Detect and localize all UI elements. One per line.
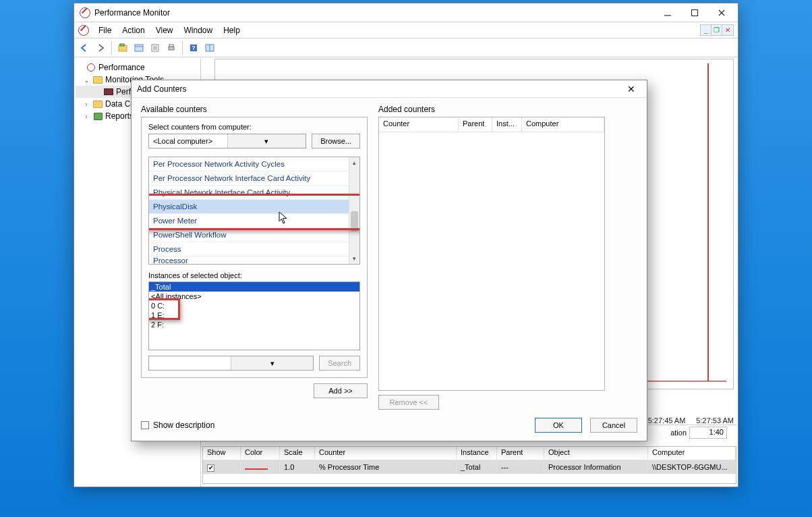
toolbar: ?: [74, 38, 738, 57]
instance-item[interactable]: 2 F:: [149, 320, 359, 329]
added-counters-list[interactable]: Counter Parent Inst... Computer: [378, 117, 605, 391]
perf-icon: [87, 63, 95, 72]
mdi-close-icon[interactable]: ✕: [722, 25, 733, 35]
add-counters-dialog: Add Counters ✕ Available counters Select…: [131, 80, 647, 441]
menu-help[interactable]: Help: [218, 24, 245, 37]
instance-item[interactable]: 0 C:: [149, 301, 359, 310]
app-icon: [80, 7, 90, 18]
help-button[interactable]: ?: [186, 40, 201, 55]
remove-button[interactable]: Remove <<: [378, 395, 439, 410]
instance-item-total[interactable]: _Total: [149, 282, 359, 292]
computer-combobox[interactable]: <Local computer> ▾: [148, 134, 306, 148]
counter-item[interactable]: Per Processor Network Activity Cycles⌄: [149, 157, 359, 171]
counter-item[interactable]: Power Meter⌄: [149, 214, 359, 228]
dialog-title: Add Counters: [137, 84, 186, 94]
counter-object-list[interactable]: Per Processor Network Activity Cycles⌄ P…: [148, 157, 360, 265]
col-inst[interactable]: Inst...: [492, 117, 522, 132]
menubar: File Action View Window Help _ ❐ ✕: [74, 22, 738, 38]
col-parent[interactable]: Parent: [459, 117, 492, 132]
dialog-close-button[interactable]: ✕: [621, 84, 641, 94]
cancel-button[interactable]: Cancel: [590, 418, 637, 433]
col-scale[interactable]: Scale: [280, 447, 315, 460]
select-computer-label: Select counters from computer:: [148, 123, 360, 131]
svg-rect-12: [169, 47, 174, 50]
counter-item[interactable]: Per Processor Network Interface Card Act…: [149, 171, 359, 186]
tree-root[interactable]: Performance: [76, 61, 199, 74]
menu-view[interactable]: View: [150, 24, 179, 37]
chevron-down-icon[interactable]: ▾: [227, 134, 306, 148]
col-computer[interactable]: Computer: [648, 447, 736, 460]
chevron-down-icon[interactable]: ▾: [231, 356, 313, 370]
col-counter[interactable]: Counter: [315, 447, 457, 460]
col-computer[interactable]: Computer: [522, 117, 604, 132]
scroll-up-icon[interactable]: ▴: [349, 157, 359, 168]
counter-item[interactable]: Processor⌄: [149, 256, 359, 265]
menu-action[interactable]: Action: [117, 24, 150, 37]
counter-item[interactable]: PowerShell Workflow⌄: [149, 228, 359, 242]
window-title: Performance Monitor: [94, 8, 170, 18]
row-counter: % Processor Time: [315, 462, 457, 472]
added-header: Counter Parent Inst... Computer: [379, 117, 604, 132]
mdi-controls[interactable]: _ ❐ ✕: [700, 24, 734, 36]
chart-time-1: 5:27:45 AM: [648, 416, 686, 425]
col-instance[interactable]: Instance: [457, 447, 497, 460]
col-show[interactable]: Show: [203, 447, 241, 460]
panes-button[interactable]: [202, 40, 217, 55]
row-computer: \\DESKTOP-6GGMU...: [648, 462, 736, 472]
tree-reports-label: Reports: [105, 111, 134, 121]
tree-root-label: Performance: [98, 63, 145, 72]
folder-icon: [93, 101, 103, 108]
scrollbar[interactable]: ▴ ▾: [349, 157, 359, 264]
col-parent[interactable]: Parent: [497, 447, 544, 460]
chart-times: 5:27:45 AM 5:27:53 AM: [648, 416, 734, 425]
counter-grid[interactable]: Show Color Scale Counter Instance Parent…: [202, 446, 736, 484]
col-counter[interactable]: Counter: [379, 117, 459, 132]
row-instance: _Total: [457, 462, 497, 472]
mdi-restore-icon[interactable]: ❐: [712, 25, 722, 35]
duration-value: 1:40: [689, 427, 727, 439]
search-button[interactable]: Search: [319, 356, 360, 371]
col-object[interactable]: Object: [544, 447, 648, 460]
new-window-button[interactable]: [132, 40, 146, 55]
mdi-minimize-icon[interactable]: _: [701, 25, 712, 35]
add-button[interactable]: Add >>: [314, 383, 368, 398]
print-button[interactable]: [164, 40, 179, 55]
grid-row[interactable]: ✔ 1.0 % Processor Time _Total --- Proces…: [203, 460, 736, 474]
computer-value: <Local computer>: [149, 137, 227, 145]
scroll-thumb[interactable]: [351, 211, 358, 232]
browse-button[interactable]: Browse...: [312, 134, 360, 148]
svg-rect-1: [692, 9, 698, 16]
show-description-label: Show description: [153, 420, 214, 430]
back-button[interactable]: [77, 40, 92, 55]
scroll-down-icon[interactable]: ▾: [349, 253, 359, 264]
properties-button[interactable]: [148, 40, 163, 55]
show-description-checkbox[interactable]: [141, 421, 149, 429]
menu-window[interactable]: Window: [179, 24, 219, 37]
svg-rect-5: [120, 44, 124, 46]
grid-header: Show Color Scale Counter Instance Parent…: [203, 447, 736, 460]
dialog-titlebar: Add Counters ✕: [132, 80, 647, 98]
counter-item-physicaldisk[interactable]: PhysicalDisk⌄: [149, 200, 359, 214]
instance-item-all[interactable]: <All instances>: [149, 292, 359, 301]
instance-item[interactable]: 1 E:: [149, 310, 359, 320]
row-show-checkbox[interactable]: ✔: [207, 464, 214, 472]
instances-list[interactable]: _Total <All instances> 0 C: 1 E: 2 F:: [148, 281, 360, 350]
ok-button[interactable]: OK: [535, 418, 582, 433]
menu-file[interactable]: File: [93, 24, 117, 37]
row-scale: 1.0: [280, 462, 315, 472]
dialog-bottom-row: Show description OK Cancel: [141, 415, 637, 435]
close-button[interactable]: [708, 4, 735, 22]
available-counters-label: Available counters: [141, 105, 368, 114]
forward-button[interactable]: [93, 40, 108, 55]
counter-item[interactable]: Process⌄: [149, 242, 359, 256]
col-color[interactable]: Color: [241, 447, 280, 460]
app-icon: [78, 25, 89, 36]
show-hide-tree-button[interactable]: [115, 40, 130, 55]
instance-search-combobox[interactable]: ▾: [148, 356, 314, 371]
minimize-button[interactable]: [654, 4, 681, 22]
titlebar: Performance Monitor: [74, 3, 738, 22]
maximize-button[interactable]: [681, 4, 708, 22]
instances-label: Instances of selected object:: [148, 271, 360, 279]
svg-text:?: ?: [192, 45, 196, 51]
counter-item[interactable]: Physical Network Interface Card Activity…: [149, 186, 359, 200]
